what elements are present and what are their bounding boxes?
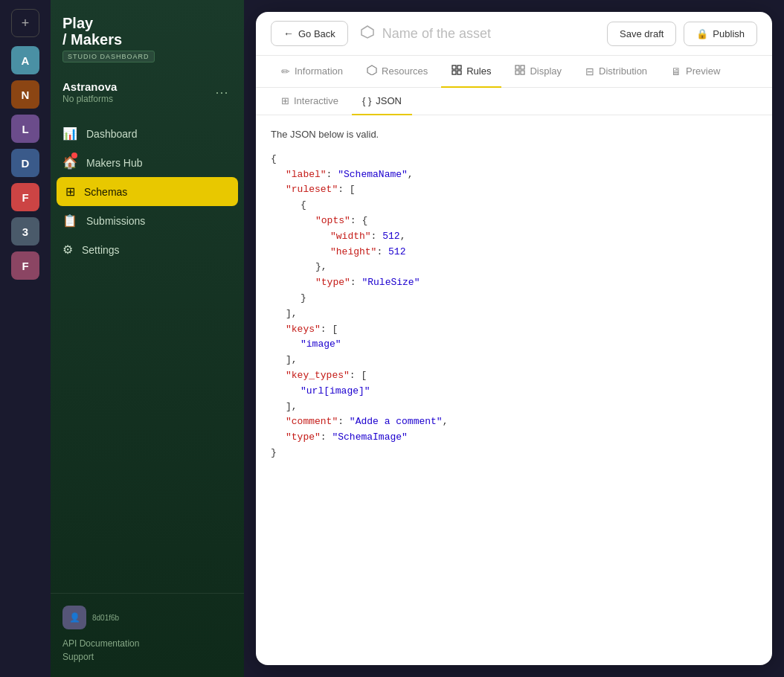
tab-resources[interactable]: Resources: [356, 56, 438, 88]
svg-rect-8: [515, 71, 519, 74]
editor-panel: ← Go Back Name of the asset Save draft 🔒…: [256, 12, 772, 665]
svg-rect-6: [515, 65, 519, 69]
settings-icon: ⚙: [62, 243, 73, 257]
org-subtitle: No platforms: [62, 94, 117, 104]
org-info: Astranova No platforms ⋯: [51, 71, 244, 113]
org-name: Astranova: [62, 80, 117, 93]
json-icon: { }: [362, 95, 371, 106]
sidebar-item-label: Makers Hub: [86, 157, 142, 169]
support-link[interactable]: Support: [62, 652, 232, 662]
studio-badge: STUDIO DASHBOARD: [62, 51, 155, 62]
tab-label: Information: [295, 65, 343, 77]
editor-tabs: ✏ Information Resources Rules Display: [256, 56, 772, 88]
avatar-n[interactable]: N: [11, 80, 39, 109]
avatar-d[interactable]: D: [11, 149, 39, 177]
sidebar-item-label: Settings: [82, 244, 120, 256]
save-draft-label: Save draft: [620, 28, 663, 39]
avatar-f[interactable]: F: [11, 183, 39, 211]
brand-area: Play / Makers STUDIO DASHBOARD: [51, 0, 244, 71]
json-valid-message: The JSON below is valid.: [271, 127, 757, 143]
sidebar-item-schemas[interactable]: ⊞ Schemas: [57, 177, 238, 206]
main-content: ← Go Back Name of the asset Save draft 🔒…: [244, 0, 784, 677]
user-info: 👤 8d01f6b: [62, 606, 232, 629]
submissions-icon: 📋: [62, 214, 77, 228]
badge-dot: [71, 153, 77, 158]
publish-button[interactable]: 🔒 Publish: [684, 22, 757, 46]
interactive-icon: ⊞: [281, 95, 289, 106]
sub-tab-label: JSON: [376, 95, 402, 106]
svg-rect-3: [457, 65, 461, 69]
avatar-f2[interactable]: F: [11, 251, 39, 280]
tab-rules[interactable]: Rules: [441, 56, 501, 88]
brand-logo: Play / Makers: [62, 15, 232, 48]
sidebar-item-submissions[interactable]: 📋 Submissions: [51, 206, 244, 235]
icon-rail: + A N L D F 3 F: [0, 0, 51, 677]
avatar-l[interactable]: L: [11, 115, 39, 143]
json-content: { "label": "SchemaName", "ruleset": [ { …: [271, 152, 757, 461]
svg-rect-5: [457, 71, 461, 74]
back-arrow-icon: ←: [283, 28, 294, 39]
org-menu-button[interactable]: ⋯: [211, 82, 232, 103]
sidebar-item-dashboard[interactable]: 📊 Dashboard: [51, 119, 244, 148]
svg-marker-1: [367, 65, 376, 75]
tab-label: Distribution: [599, 65, 647, 77]
content-area: The JSON below is valid. { "label": "Sch…: [256, 115, 772, 665]
svg-rect-2: [452, 65, 456, 69]
tab-distribution[interactable]: ⊟ Distribution: [575, 56, 658, 88]
sidebar-item-label: Schemas: [84, 186, 127, 198]
svg-rect-4: [452, 71, 456, 74]
asset-icon: [360, 25, 375, 43]
api-docs-link[interactable]: API Documentation: [62, 638, 232, 649]
distribution-tab-icon: ⊟: [585, 65, 594, 77]
back-button[interactable]: ← Go Back: [271, 21, 348, 46]
tab-label: Display: [530, 65, 562, 77]
editor-header: ← Go Back Name of the asset Save draft 🔒…: [256, 12, 772, 56]
information-tab-icon: ✏: [281, 65, 290, 77]
tab-information[interactable]: ✏ Information: [271, 56, 353, 88]
publish-label: Publish: [713, 28, 745, 39]
preview-tab-icon: 🖥: [671, 65, 681, 77]
sub-tab-label: Interactive: [294, 95, 338, 106]
back-button-label: Go Back: [298, 28, 335, 39]
sidebar-item-label: Dashboard: [86, 128, 138, 140]
lock-icon: 🔒: [696, 28, 708, 39]
svg-rect-9: [521, 71, 524, 74]
tab-preview[interactable]: 🖥 Preview: [661, 56, 730, 88]
add-button[interactable]: +: [11, 9, 39, 37]
schemas-icon: ⊞: [65, 185, 75, 199]
sidebar-item-makers-hub[interactable]: 🏠 Makers Hub: [51, 148, 244, 177]
sidebar-item-label: Submissions: [86, 215, 145, 227]
sub-tab-interactive[interactable]: ⊞ Interactive: [271, 88, 349, 115]
sub-tab-json[interactable]: { } JSON: [352, 88, 412, 115]
asset-title-area: Name of the asset: [360, 25, 595, 43]
avatar-3[interactable]: 3: [11, 217, 39, 246]
sidebar-nav: 📊 Dashboard 🏠 Makers Hub ⊞ Schemas 📋 Sub…: [51, 113, 244, 593]
resources-tab-icon: [367, 65, 377, 77]
display-tab-icon: [515, 65, 525, 77]
svg-marker-0: [362, 26, 373, 38]
asset-title: Name of the asset: [382, 26, 491, 42]
tab-label: Resources: [382, 65, 428, 77]
sidebar: Play / Makers STUDIO DASHBOARD Astranova…: [51, 0, 244, 677]
rules-tab-icon: [452, 65, 462, 77]
tab-label: Rules: [466, 65, 491, 77]
dashboard-icon: 📊: [62, 126, 77, 141]
sidebar-item-settings[interactable]: ⚙ Settings: [51, 235, 244, 264]
header-actions: Save draft 🔒 Publish: [607, 22, 757, 46]
tab-display[interactable]: Display: [504, 56, 572, 88]
avatar-a[interactable]: A: [11, 46, 39, 74]
user-avatar: 👤: [62, 606, 86, 629]
user-id: 8d01f6b: [92, 614, 119, 622]
sidebar-footer: 👤 8d01f6b API Documentation Support: [51, 593, 244, 677]
save-draft-button[interactable]: Save draft: [607, 22, 676, 46]
json-editor[interactable]: The JSON below is valid. { "label": "Sch…: [256, 115, 772, 665]
tab-label: Preview: [686, 65, 720, 77]
svg-rect-7: [521, 65, 524, 69]
sub-tabs: ⊞ Interactive { } JSON: [256, 88, 772, 115]
